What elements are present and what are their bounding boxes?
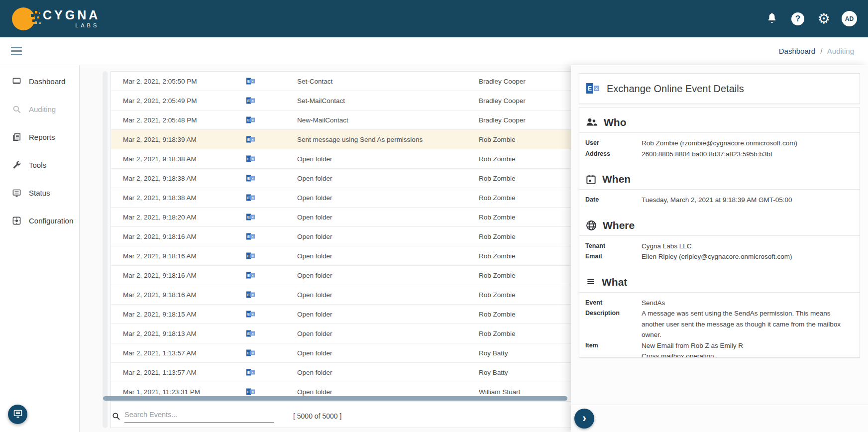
event-time: Mar 2, 2021, 9:18:16 AM [123,233,197,240]
section-rows: TenantCygna Labs LLCEmailEllen Ripley (e… [585,236,854,262]
table-row[interactable]: Mar 2, 2021, 2:05:50 PME×Set-ContactBrad… [111,72,578,91]
event-name: Open folder [297,155,332,163]
detail-label: Item [585,340,642,358]
table-row[interactable]: Mar 2, 2021, 9:18:38 AME×Open folderRob … [111,169,578,188]
detail-label: Address [585,149,642,160]
sidebar-item-auditing[interactable]: Auditing [0,95,79,123]
table-row[interactable]: Mar 2, 2021, 9:18:20 AME×Open folderRob … [111,208,578,227]
table-row[interactable]: Mar 2, 2021, 2:05:49 PME×Set-MailContact… [111,91,578,110]
event-name: Open folder [297,194,332,202]
sidebar-item-label: Auditing [29,105,56,113]
section-title: When [602,173,631,185]
event-user: Rob Zombie [479,330,516,337]
table-row[interactable]: Mar 2, 2021, 2:05:48 PME×New-MailContact… [111,110,578,130]
table-row[interactable]: Mar 2, 2021, 9:18:39 AME×Sent message us… [111,130,578,149]
next-event-button[interactable]: › [574,409,594,429]
detail-row: ItemNew Email from Rob Z as Emily RCross… [585,340,854,358]
table-row[interactable]: Mar 2, 2021, 9:18:15 AME×Open folderRob … [111,305,578,324]
event-name: Open folder [297,291,332,299]
event-user: Rob Zombie [479,272,516,279]
detail-value: Cygna Labs LLC [642,241,692,252]
user-avatar[interactable]: AD [842,11,857,26]
menu-toggle-button[interactable] [9,45,24,57]
event-user: Rob Zombie [479,291,516,299]
detail-row: EmailEllen Ripley (eripley@cygnacore.onm… [585,251,854,262]
sidebar-item-dashboard[interactable]: Dashboard [0,67,79,95]
section-rows: UserRob Zombie (rzombie@cygnacore.onmicr… [585,133,854,159]
detail-label: Event [585,298,642,309]
detail-value: Tuesday, March 2, 2021 at 9:18:39 AM GMT… [642,195,792,206]
sidebar-item-tools[interactable]: Tools [0,151,79,179]
search-input[interactable] [124,410,274,423]
events-table: Mar 2, 2021, 2:05:50 PME×Set-ContactBrad… [110,71,578,428]
event-user: Bradley Cooper [479,116,526,124]
event-user: Rob Zombie [479,252,516,260]
event-name: Open folder [297,330,332,337]
dashboard-monitor-icon [11,76,21,86]
exchange-online-icon: E× [246,388,255,396]
event-user: Rob Zombie [479,233,516,240]
event-time: Mar 2, 2021, 9:18:15 AM [123,311,197,318]
detail-value: Rob Zombie (rzombie@cygnacore.onmicrosof… [642,138,797,149]
table-row[interactable]: Mar 2, 2021, 9:18:38 AME×Open folderRob … [111,149,578,169]
event-time: Mar 2, 2021, 9:18:20 AM [123,214,197,221]
table-row[interactable]: Mar 2, 2021, 9:18:13 AME×Open folderRob … [111,324,578,343]
brand-text: CYGNA LABS [43,9,100,28]
event-time: Mar 2, 2021, 1:13:57 AM [123,349,197,357]
table-row[interactable]: Mar 2, 2021, 9:18:16 AME×Open folderRob … [111,246,578,266]
people-icon [585,117,598,128]
notifications-button[interactable] [764,11,780,27]
horizontal-scrollbar[interactable] [103,396,567,401]
breadcrumb-dashboard-link[interactable]: Dashboard [779,47,815,55]
event-name: Open folder [297,349,332,357]
event-user: Roy Batty [479,349,508,357]
help-button[interactable]: ? [790,11,806,27]
exchange-online-icon: E× [246,155,255,163]
details-section-where: WhereTenantCygna Labs LLCEmailEllen Ripl… [585,219,854,262]
brand-primary: CYGNA [43,9,100,21]
exchange-online-icon: E× [246,272,255,279]
table-row[interactable]: Mar 2, 2021, 1:13:57 AME×Open folderRoy … [111,363,578,382]
panel-title: Exchange Online Event Details [607,83,744,95]
event-time: Mar 1, 2021, 11:23:31 PM [123,388,200,396]
settings-button[interactable]: ⚙ [816,11,832,27]
detail-value: SendAs [642,298,665,309]
chat-widget-button[interactable] [8,405,27,424]
cygna-logo[interactable]: CYGNA LABS [11,6,100,32]
table-row[interactable]: Mar 2, 2021, 9:18:16 AME×Open folderRob … [111,266,578,285]
table-row[interactable]: Mar 2, 2021, 9:18:16 AME×Open folderRob … [111,227,578,246]
event-time: Mar 2, 2021, 9:18:16 AM [123,272,197,279]
event-time: Mar 2, 2021, 9:18:38 AM [123,194,197,202]
sidebar-item-status[interactable]: Status [0,179,79,207]
exchange-online-icon: E× [246,116,255,124]
list-lines-icon [585,277,596,287]
vertical-scrollbar[interactable] [103,71,108,428]
event-user: Rob Zombie [479,214,516,221]
calendar-icon [585,174,597,185]
table-row[interactable]: Mar 2, 2021, 9:18:16 AME×Open folderRob … [111,285,578,305]
configuration-gear-icon [11,216,21,225]
exchange-online-icon: E× [246,194,255,202]
section-title: Who [604,116,626,128]
sidebar-item-reports[interactable]: Reports [0,123,79,151]
table-row[interactable]: Mar 2, 2021, 1:13:57 AME×Open folderRoy … [111,343,578,363]
event-time: Mar 2, 2021, 9:18:16 AM [123,252,197,260]
event-name: Set-Contact [297,78,332,85]
event-user: Bradley Cooper [479,78,526,85]
section-heading: Where [585,219,854,231]
detail-label: Tenant [585,241,642,252]
breadcrumb-current: Auditing [827,47,854,55]
exchange-online-icon: E× [246,311,255,318]
table-row[interactable]: Mar 2, 2021, 9:18:38 AME×Open folderRob … [111,188,578,208]
exchange-online-icon: E× [246,233,255,240]
exchange-online-icon: E× [246,349,255,357]
events-table-rows: Mar 2, 2021, 2:05:50 PME×Set-ContactBrad… [111,72,578,402]
globe-icon [585,219,597,231]
event-details-header: E× Exchange Online Event Details [579,73,860,104]
cygna-logo-icon [11,6,37,32]
exchange-online-icon: E× [246,78,255,85]
event-name: New-MailContact [297,116,348,124]
sidebar-item-configuration[interactable]: Configuration [0,207,79,234]
result-count: [ 5000 of 5000 ] [293,412,341,420]
event-time: Mar 2, 2021, 9:18:13 AM [123,330,197,337]
